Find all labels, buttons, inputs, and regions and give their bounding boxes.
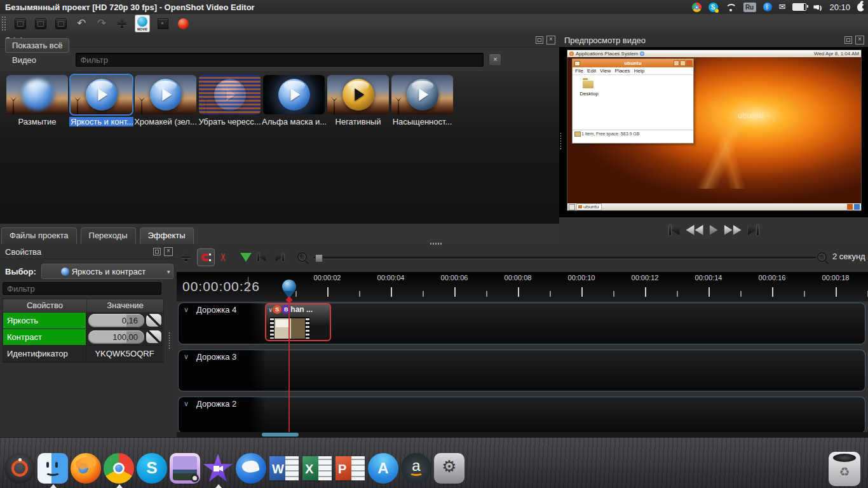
value-slider[interactable]: 100,00 xyxy=(88,330,144,344)
dock-item-trash[interactable]: ♻ xyxy=(829,452,860,486)
toolbar-drag-handle[interactable] xyxy=(1,16,6,31)
float-panel-icon[interactable] xyxy=(536,36,543,44)
chrome-tray-icon[interactable] xyxy=(692,3,702,12)
column-header-value[interactable]: Значение xyxy=(87,299,163,312)
jump-to-start-button[interactable] xyxy=(669,225,680,235)
jump-to-end-button[interactable] xyxy=(748,225,759,235)
effect-item-3[interactable]: Убрать чересс... xyxy=(198,75,262,126)
wifi-icon[interactable] xyxy=(725,3,736,11)
clear-filter-button[interactable]: × xyxy=(489,53,501,66)
mail-icon[interactable]: ✉ xyxy=(779,3,786,11)
snapping-toggle-button[interactable] xyxy=(197,248,215,266)
dock-item-firefox[interactable] xyxy=(70,451,102,487)
chevron-down-icon[interactable]: ∨ xyxy=(184,400,189,408)
effect-item-6[interactable]: Насыщенност... xyxy=(390,75,454,126)
bluetooth-icon[interactable]: ᛒ xyxy=(763,3,772,11)
previous-marker-button[interactable] xyxy=(257,253,266,261)
apple-menu-icon[interactable] xyxy=(857,3,864,11)
float-panel-icon[interactable] xyxy=(844,36,852,44)
effect-badge-S[interactable]: S xyxy=(273,305,281,314)
timeline-zoom-slider[interactable] xyxy=(314,257,816,259)
save-project-button[interactable] xyxy=(54,17,68,30)
dock-item-settings[interactable]: ⚙ xyxy=(433,451,465,487)
chevron-down-icon[interactable]: ∨ xyxy=(184,306,189,314)
close-panel-icon[interactable]: × xyxy=(546,36,555,44)
clock[interactable]: 20:10 xyxy=(829,3,850,12)
tab-2[interactable]: Эффекты xyxy=(140,227,194,244)
add-marker-button[interactable] xyxy=(240,253,252,262)
zoom-out-icon[interactable]: − xyxy=(817,252,827,262)
record-button[interactable] xyxy=(176,17,190,30)
open-project-button[interactable] xyxy=(34,17,48,30)
property-value-cell[interactable]: 100,00 xyxy=(86,329,163,345)
chevron-down-icon[interactable]: ∨ xyxy=(184,353,189,361)
effects-filter-input[interactable] xyxy=(76,53,484,67)
dock-item-excel[interactable]: X xyxy=(301,451,333,487)
undo-button[interactable]: ↶ xyxy=(74,17,88,30)
add-track-button[interactable] xyxy=(182,252,191,261)
effect-selector-dropdown[interactable]: Яркость и контраст ▾ xyxy=(41,264,173,279)
zoom-slider-handle[interactable] xyxy=(315,254,323,262)
skype-tray-icon[interactable]: S xyxy=(709,3,718,12)
track-Дорожка 4[interactable]: ∨Дорожка 4∨SBhan ... xyxy=(178,302,865,344)
dock-item-chrome[interactable] xyxy=(103,451,135,487)
value-slider[interactable]: 0,16 xyxy=(88,314,144,327)
close-panel-icon[interactable]: × xyxy=(855,36,864,44)
tab-0[interactable]: Файлы проекта xyxy=(1,227,77,244)
new-project-button[interactable] xyxy=(13,17,27,30)
effects-filter-button-0[interactable]: Показать всё xyxy=(5,38,69,53)
play-button[interactable] xyxy=(710,225,718,235)
razor-tool-button[interactable]: ✂ xyxy=(217,252,230,261)
property-value-cell[interactable]: YKQWK5OQRF xyxy=(86,346,163,362)
panel-splitter-handle[interactable] xyxy=(559,132,562,150)
export-video-button[interactable] xyxy=(135,17,149,30)
dock-item-amazon[interactable]: a xyxy=(400,451,432,487)
property-value-cell[interactable]: 0,16 xyxy=(86,313,163,329)
dock-item-eagle-browser[interactable] xyxy=(235,451,267,487)
zoom-in-icon[interactable]: + xyxy=(297,252,307,262)
dock-item-word[interactable]: W xyxy=(268,451,300,487)
panel-splitter-handle[interactable] xyxy=(168,332,171,349)
video-frame[interactable]: Applications Places System Wed Apr 8, 1:… xyxy=(567,50,861,210)
track-Дорожка 2[interactable]: ∨Дорожка 2 xyxy=(178,396,865,433)
keyframe-interpolation-button[interactable] xyxy=(146,330,161,343)
dock-item-ubuntu[interactable] xyxy=(4,451,36,487)
property-name-cell[interactable]: Идентификатор xyxy=(3,346,86,362)
fast-forward-button[interactable] xyxy=(724,225,742,235)
scrollbar-handle[interactable] xyxy=(262,433,299,437)
dock-item-app-store[interactable]: A xyxy=(367,451,399,487)
dock-item-skype[interactable]: S xyxy=(136,451,168,487)
panel-splitter-handle[interactable] xyxy=(430,242,442,245)
dock-item-imovie[interactable] xyxy=(202,451,234,487)
properties-filter-input[interactable] xyxy=(3,282,161,295)
volume-icon[interactable] xyxy=(813,3,822,11)
dock-item-photos[interactable] xyxy=(169,451,201,487)
dock-item-finder[interactable] xyxy=(37,451,69,487)
effect-item-1[interactable]: Яркость и конт... xyxy=(69,75,133,126)
effect-item-2[interactable]: Хромакей (зел... xyxy=(133,75,198,126)
timeline-ruler[interactable]: 00:00:00:26 00:00:0200:00:0400:00:0600:0… xyxy=(177,272,868,302)
keyframe-interpolation-button[interactable] xyxy=(146,314,161,327)
float-panel-icon[interactable] xyxy=(153,248,161,255)
import-files-button[interactable] xyxy=(115,17,129,30)
track-Дорожка 3[interactable]: ∨Дорожка 3 xyxy=(178,349,865,391)
effect-item-4[interactable]: Альфа маска и... xyxy=(262,75,326,126)
effect-item-5[interactable]: Негативный xyxy=(326,75,390,126)
redo-button[interactable]: ↷ xyxy=(95,17,109,30)
dock-item-powerpoint[interactable]: P xyxy=(334,451,366,487)
property-name-cell[interactable]: Контраст xyxy=(3,329,86,345)
column-header-property[interactable]: Свойство xyxy=(3,299,87,312)
battery-icon[interactable] xyxy=(792,3,806,11)
tab-1[interactable]: Переходы xyxy=(81,227,136,244)
rewind-button[interactable] xyxy=(686,225,703,235)
keyboard-layout-indicator[interactable]: Ru xyxy=(743,3,756,12)
timeline-clip[interactable]: ∨SBhan ... xyxy=(265,303,331,341)
effects-filter-button-1[interactable]: Видео xyxy=(5,53,69,67)
close-panel-icon[interactable]: × xyxy=(164,247,173,256)
property-name-cell[interactable]: Яркость xyxy=(3,313,86,329)
next-marker-button[interactable] xyxy=(276,253,284,261)
effect-item-0[interactable]: Размытие xyxy=(5,75,69,126)
chevron-down-icon[interactable]: ∨ xyxy=(268,306,273,313)
timeline-horizontal-scrollbar[interactable] xyxy=(177,432,868,437)
fullscreen-button[interactable] xyxy=(156,17,170,30)
